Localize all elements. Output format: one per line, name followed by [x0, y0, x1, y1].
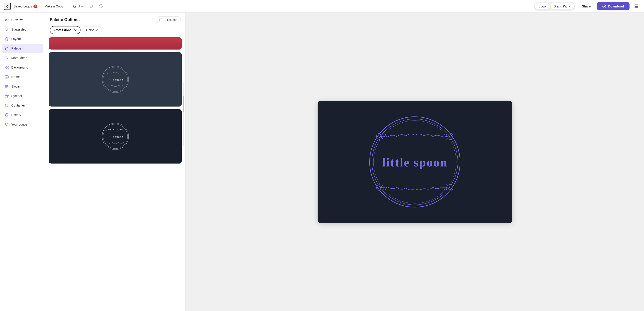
sidebar-item-label: Name [11, 75, 20, 79]
nav-left: Saved Logos 1 Make a Copy Undo [4, 3, 531, 10]
color-filter-dropdown[interactable]: Color [83, 26, 102, 34]
canvas-area: little spoon [186, 13, 644, 311]
sidebar-item-symbol[interactable]: Symbol [2, 92, 43, 100]
sidebar-item-label: More Ideas [11, 56, 27, 60]
make-copy-button[interactable]: Make a Copy [43, 3, 65, 10]
sidebar-item-label: Your Logos [11, 122, 27, 126]
canvas-wrapper: little spoon [318, 101, 512, 223]
clock-icon [4, 113, 9, 117]
nav-divider [40, 4, 40, 9]
star-icon [4, 94, 9, 98]
svg-point-1 [5, 19, 8, 21]
svg-text:little spoon: little spoon [108, 78, 123, 82]
main-layout: Preview Suggested Layout Palette More Id [0, 13, 644, 311]
bulb-icon [4, 27, 9, 32]
fullscreen-button[interactable]: Fullscreen [156, 16, 181, 23]
eye-icon [4, 18, 9, 22]
logo-tab[interactable]: Logo [535, 3, 550, 10]
palette-card-darker[interactable]: little spoon [49, 109, 182, 164]
share-button[interactable]: Share [578, 3, 594, 10]
sidebar-item-more-ideas[interactable]: More Ideas [2, 54, 43, 62]
sidebar-item-name[interactable]: A Name [2, 72, 43, 82]
nav-center: Logo Brand Kit [534, 2, 576, 11]
sidebar-item-label: Palette [11, 46, 21, 50]
sidebar-item-label: Suggested [11, 28, 26, 31]
undo-button[interactable] [70, 3, 78, 10]
sidebar-item-background[interactable]: Background [2, 63, 43, 72]
sidebar-item-label: Container [11, 104, 25, 107]
svg-rect-4 [7, 66, 8, 67]
sidebar-item-label: History [11, 113, 21, 117]
style-filter-dropdown[interactable]: Professional [50, 26, 80, 34]
top-navigation: Saved Logos 1 Make a Copy Undo Logo Bran… [0, 0, 644, 13]
text-a-icon: A [4, 75, 9, 79]
logo-brand-toggle: Logo Brand Kit [534, 2, 576, 11]
svg-text:little spoon: little spoon [108, 135, 123, 138]
sidebar-item-label: Background [11, 66, 28, 69]
nav-right: Share Download ☰ [578, 2, 640, 10]
palette-card-dark-slate[interactable]: little spoon [49, 52, 182, 106]
saved-logos-link[interactable]: Saved Logos 1 [14, 4, 37, 8]
logo-canvas-svg: little spoon [336, 101, 494, 223]
menu-button[interactable]: ☰ [632, 2, 640, 10]
sidebar-item-label: Preview [11, 18, 22, 22]
scrollbar-thumb[interactable] [183, 96, 184, 112]
sidebar-item-label: Layout [11, 37, 21, 41]
sidebar-item-suggested[interactable]: Suggested [2, 25, 43, 34]
svg-text:little spoon: little spoon [382, 156, 448, 169]
left-sidebar: Preview Suggested Layout Palette More Id [0, 13, 45, 311]
middle-panel: Palette Options Fullscreen Professional … [45, 13, 186, 311]
back-button[interactable] [4, 3, 11, 10]
saved-logos-label: Saved Logos [14, 4, 32, 8]
notification-badge: 1 [34, 4, 37, 8]
circle-outline-icon [4, 103, 9, 108]
svg-rect-3 [5, 66, 6, 67]
grid-icon [4, 65, 9, 70]
heart-icon [4, 122, 9, 127]
sidebar-item-label: Slogan [11, 84, 21, 88]
sidebar-item-layout[interactable]: Layout [2, 34, 43, 44]
text-slogan-icon [4, 84, 9, 89]
svg-rect-6 [7, 68, 8, 69]
layers-icon [4, 37, 9, 41]
svg-point-9 [6, 104, 8, 107]
sparkle-icon [4, 56, 9, 60]
panel-filters: Professional Color [45, 26, 185, 37]
download-button[interactable]: Download [597, 2, 630, 10]
sidebar-item-history[interactable]: History [2, 110, 43, 120]
panel-header: Palette Options Fullscreen [45, 13, 185, 26]
sidebar-item-your-logos[interactable]: Your Logos [2, 120, 43, 129]
sidebar-item-label: Symbol [11, 94, 22, 98]
palette-card-red[interactable] [49, 37, 182, 50]
scrollbar-track [183, 82, 184, 146]
undo-redo-group: Undo [70, 3, 104, 10]
sidebar-item-container[interactable]: Container [2, 101, 43, 110]
sidebar-item-palette[interactable]: Palette [2, 44, 43, 53]
droplet-icon [4, 46, 9, 51]
sidebar-item-preview[interactable]: Preview [2, 16, 43, 24]
palette-list: little spoon little spoon [45, 37, 185, 311]
brand-kit-button[interactable]: Brand Kit [550, 3, 575, 10]
sidebar-item-slogan[interactable]: Slogan [2, 82, 43, 91]
undo-label: Undo [79, 4, 86, 8]
svg-rect-5 [5, 68, 6, 69]
panel-title: Palette Options [50, 18, 80, 22]
svg-text:A: A [6, 76, 8, 78]
svg-point-2 [6, 20, 7, 20]
redo-button[interactable] [88, 3, 95, 10]
cloud-save-button[interactable] [97, 3, 104, 10]
